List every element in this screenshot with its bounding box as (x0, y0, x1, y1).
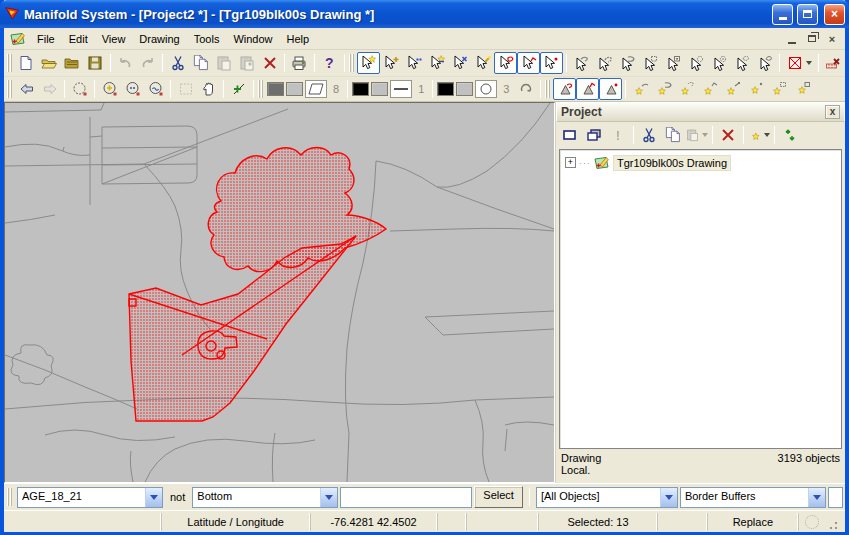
mdi-restore-button[interactable] (803, 31, 821, 47)
value-input[interactable] (340, 487, 472, 508)
paste-append-button[interactable] (235, 52, 258, 74)
area-foreground-swatch[interactable] (267, 82, 284, 96)
menu-view[interactable]: View (95, 30, 133, 48)
selection-style-button[interactable] (783, 52, 815, 74)
zoom-region-button[interactable] (68, 78, 91, 100)
marquee-button[interactable] (174, 78, 197, 100)
save-button[interactable] (84, 52, 107, 74)
not-toggle[interactable]: not (165, 487, 190, 508)
project-paste-button[interactable] (685, 124, 709, 146)
add-object-button[interactable] (227, 78, 250, 100)
menu-help[interactable]: Help (280, 30, 317, 48)
line-background-swatch[interactable] (371, 82, 388, 96)
help-button[interactable]: ? (318, 52, 341, 74)
select-lasso-strict-button[interactable] (753, 52, 776, 74)
transform-touching-button[interactable] (629, 78, 652, 100)
delete-button[interactable] (258, 52, 281, 74)
snap-points-button[interactable] (599, 78, 622, 100)
tree-item-drawing[interactable]: + ··· Tgr109blk00s Drawing (562, 154, 839, 171)
snap-lines-button[interactable] (576, 78, 599, 100)
select-magic-button[interactable] (471, 52, 494, 74)
maximize-button[interactable] (797, 4, 818, 25)
copy-button[interactable] (189, 52, 212, 74)
select-box-button[interactable] (639, 52, 662, 74)
forward-button[interactable] (38, 78, 61, 100)
combo-arrow-button[interactable] (808, 488, 825, 507)
zoom-out-button[interactable] (121, 78, 144, 100)
select-adjacent-button[interactable] (593, 52, 616, 74)
menu-tools[interactable]: Tools (187, 30, 227, 48)
combo-arrow-button[interactable] (145, 488, 162, 507)
field-combo[interactable]: AGE_18_21 (17, 487, 163, 508)
open-button[interactable] (38, 52, 61, 74)
target-combo[interactable]: Border Buffers (680, 487, 826, 508)
select-button[interactable]: Select (474, 486, 523, 508)
transform-box-button[interactable] (767, 78, 790, 100)
menu-window[interactable]: Window (226, 30, 279, 48)
zoom-fit-button[interactable] (144, 78, 167, 100)
snap-areas-button[interactable] (553, 78, 576, 100)
tree-item-label[interactable]: Tgr109blk00s Drawing (613, 155, 731, 171)
transform-vertex-button[interactable] (698, 78, 721, 100)
select-lines-button[interactable] (517, 52, 540, 74)
transform-point-button[interactable] (744, 78, 767, 100)
toolbar-grip[interactable] (7, 488, 12, 506)
title-bar[interactable]: Manifold System - [Project2 *] - [Tgr109… (0, 0, 849, 28)
point-foreground-swatch[interactable] (437, 82, 454, 96)
mode-combo[interactable]: Bottom (192, 487, 338, 508)
refresh-button[interactable] (778, 124, 802, 146)
menu-edit[interactable]: Edit (62, 30, 95, 48)
line-style-button[interactable] (390, 80, 412, 98)
project-panel-close-button[interactable]: x (825, 105, 840, 119)
select-radius-center-button[interactable] (707, 52, 730, 74)
toolbar-grip[interactable] (258, 80, 263, 98)
toolbar-grip[interactable] (545, 80, 550, 98)
combo-arrow-button[interactable] (660, 488, 677, 507)
delete-selection-button[interactable] (822, 52, 845, 74)
select-areas-button[interactable] (494, 52, 517, 74)
menu-drawing[interactable]: Drawing (132, 30, 186, 48)
select-intersect-button[interactable] (448, 52, 471, 74)
print-button[interactable] (288, 52, 311, 74)
cut-button[interactable] (166, 52, 189, 74)
project-panel-header[interactable]: Project x (556, 102, 845, 122)
transform-lasso-button[interactable] (675, 78, 698, 100)
new-component-button[interactable] (558, 124, 582, 146)
select-contained-button[interactable] (616, 52, 639, 74)
select-subtract-button[interactable] (403, 52, 426, 74)
toolbar-grip[interactable] (349, 54, 354, 72)
objects-combo[interactable]: [All Objects] (536, 487, 678, 508)
tree-expander[interactable]: + (565, 157, 576, 168)
paste-button[interactable] (212, 52, 235, 74)
cascade-windows-button[interactable] (582, 124, 606, 146)
minimize-button[interactable] (772, 4, 793, 25)
select-touching-button[interactable] (570, 52, 593, 74)
area-style-button[interactable] (305, 80, 327, 98)
undo-button[interactable] (114, 52, 137, 74)
properties-button[interactable]: ! (606, 124, 630, 146)
select-lasso-button[interactable] (730, 52, 753, 74)
combo-arrow-button[interactable] (320, 488, 337, 507)
select-points-button[interactable] (540, 52, 563, 74)
transform-segment-button[interactable] (721, 78, 744, 100)
point-background-swatch[interactable] (456, 82, 473, 96)
select-add-button[interactable] (380, 52, 403, 74)
toolbar-grip[interactable] (7, 80, 12, 98)
line-foreground-swatch[interactable] (352, 82, 369, 96)
map-view[interactable] (4, 102, 555, 483)
resize-grip[interactable] (825, 515, 839, 531)
select-radius-button[interactable] (684, 52, 707, 74)
select-new-button[interactable] (357, 52, 380, 74)
transform-contained-button[interactable] (652, 78, 675, 100)
menu-file[interactable]: File (30, 30, 62, 48)
area-background-swatch[interactable] (286, 82, 303, 96)
redo-button[interactable] (137, 52, 160, 74)
pan-button[interactable] (197, 78, 220, 100)
toolbar-grip[interactable] (7, 54, 12, 72)
project-cut-button[interactable] (637, 124, 661, 146)
transform-clipped-button[interactable] (790, 78, 813, 100)
point-style-button[interactable] (475, 80, 497, 98)
project-tree[interactable]: + ··· Tgr109blk00s Drawing (559, 149, 842, 449)
rotate-button[interactable] (514, 78, 537, 100)
project-delete-button[interactable] (716, 124, 740, 146)
